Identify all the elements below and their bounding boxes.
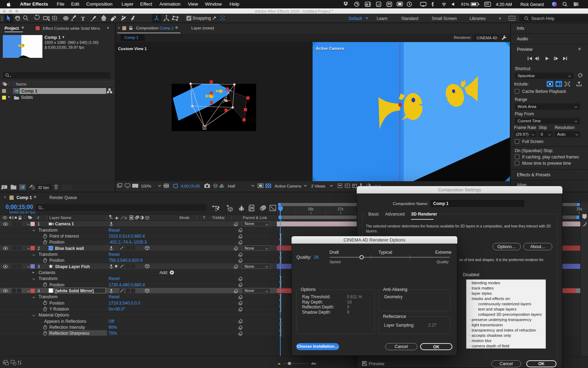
svg-text:Half: Half <box>228 184 235 188</box>
svg-text:100%: 100% <box>141 184 151 188</box>
svg-text:Layer Name: Layer Name <box>49 216 71 220</box>
svg-text:32 bpc: 32 bpc <box>38 185 50 190</box>
svg-text:Rick Gerard: Rick Gerard <box>520 2 544 7</box>
svg-text:T: T <box>203 216 205 220</box>
svg-text:Mode: Mode <box>179 216 190 220</box>
svg-text:fx: fx <box>124 216 127 220</box>
svg-text:TrkMat: TrkMat <box>212 216 225 220</box>
svg-text:T: T <box>81 15 85 22</box>
svg-text:#: # <box>37 216 40 220</box>
svg-text:0;00;15;00: 0;00;15;00 <box>181 184 200 188</box>
svg-text:81%: 81% <box>461 2 469 6</box>
svg-text:B: B <box>366 3 368 6</box>
svg-text:Parent & Link: Parent & Link <box>243 216 267 220</box>
svg-text:2 Views: 2 Views <box>311 184 325 188</box>
svg-text:4:20 AM: 4:20 AM <box>496 2 512 7</box>
svg-text:Active Camera: Active Camera <box>275 184 301 188</box>
